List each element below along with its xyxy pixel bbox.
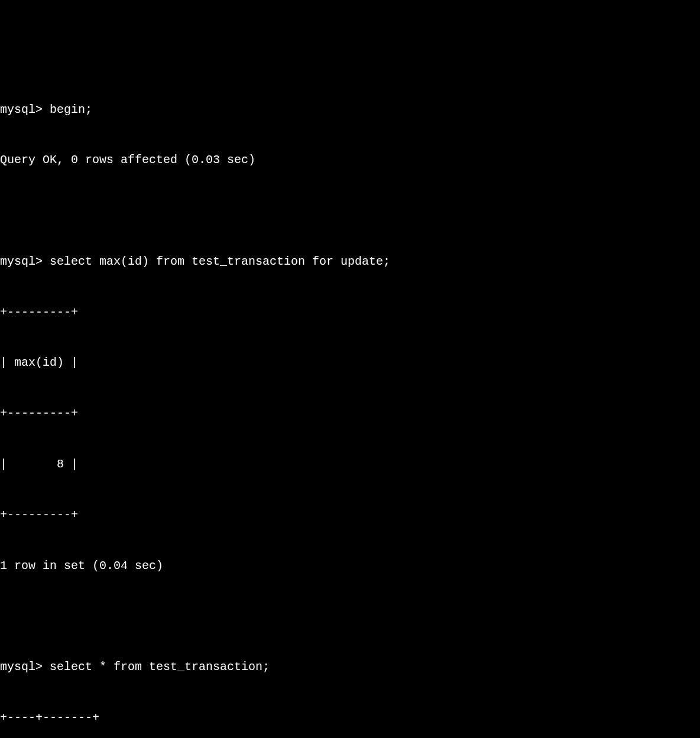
terminal-line: mysql> select max(id) from test_transact…: [0, 253, 700, 271]
terminal-line: +---------+: [0, 507, 700, 524]
terminal-line: +----+-------+: [0, 710, 700, 727]
terminal-line: +---------+: [0, 304, 700, 321]
terminal-line: [0, 203, 700, 220]
terminal-line: [0, 608, 700, 625]
terminal-line: | max(id) |: [0, 355, 700, 372]
terminal-line: 1 row in set (0.04 sec): [0, 558, 700, 575]
terminal-output: mysql> begin; Query OK, 0 rows affected …: [0, 67, 700, 738]
terminal-line: | 8 |: [0, 456, 700, 473]
terminal-line: Query OK, 0 rows affected (0.03 sec): [0, 152, 700, 169]
terminal-line: mysql> select * from test_transaction;: [0, 659, 700, 676]
terminal-line: mysql> begin;: [0, 102, 700, 119]
terminal-line: +---------+: [0, 405, 700, 422]
